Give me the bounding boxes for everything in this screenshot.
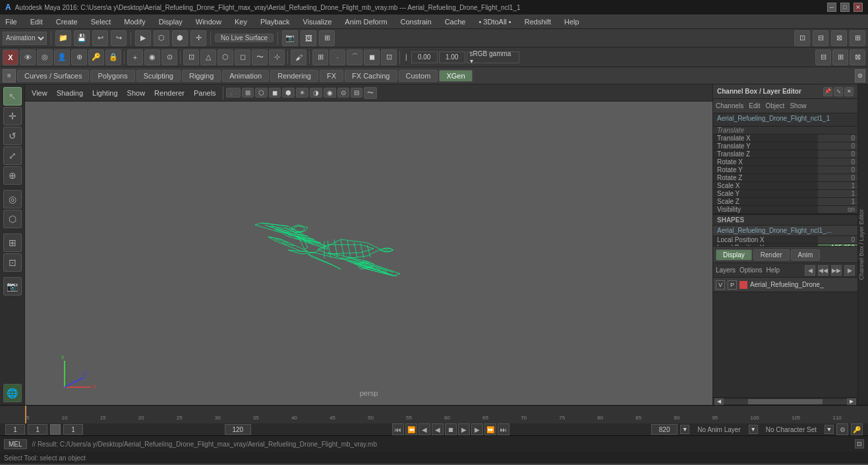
menu-create[interactable]: Create [53,16,80,27]
scale-z-value[interactable]: 1 [818,198,857,205]
vp-isolate-button[interactable]: ⊙ [337,88,349,98]
scale-y-value[interactable]: 1 [818,190,857,197]
help-tab[interactable]: Help [766,266,780,274]
redo-button[interactable]: ↪ [111,30,127,46]
object-tab[interactable]: Object [766,102,785,109]
menu-playback[interactable]: Playback [258,16,293,27]
module-polygons[interactable]: Polygons [90,70,134,82]
menu-help[interactable]: Help [562,16,582,27]
scroll-left-button[interactable]: ◀ [714,398,724,405]
surface-snap[interactable]: ◼ [364,49,380,65]
anim-layer-arrow[interactable]: ▼ [749,425,758,434]
sync-button[interactable]: ⊠ [850,49,865,65]
frame-field-3[interactable] [63,424,83,435]
menu-visualize[interactable]: Visualize [301,16,335,27]
go-start-button[interactable]: ⏮ [392,423,404,435]
camera-button[interactable]: 📷 [282,30,298,46]
soft-select-button[interactable]: ◎ [3,190,22,208]
snap-grid-button[interactable]: ⊞ [3,233,22,252]
eye-button[interactable]: 👁 [20,49,36,65]
status-icon[interactable]: ⊡ [855,439,864,449]
translate-y-value[interactable]: 0 [818,142,857,150]
rotate-tool-button[interactable]: ↺ [3,127,22,145]
layer-down-button[interactable]: ▶ [844,265,855,276]
circle-button[interactable]: ◎ [37,49,53,65]
point-snap[interactable]: · [330,49,345,65]
no-char-set-label[interactable]: No Character Set [761,426,822,433]
auto-key-button[interactable]: 🔑 [851,423,863,435]
field-input-1[interactable] [411,51,438,63]
settings-button[interactable]: ⚙ [836,423,848,435]
module-fxcaching[interactable]: FX Caching [345,70,397,82]
color-space-select[interactable]: sRGB gamma ▾ [467,51,519,63]
playhead[interactable] [25,406,26,423]
vp-shaded-button[interactable]: ◼ [269,88,281,98]
menu-modify[interactable]: Modify [121,16,148,27]
module-xgen[interactable]: XGen [439,70,472,82]
playback-toggle[interactable]: P [728,280,737,290]
layers-button[interactable]: ⊡ [183,49,199,65]
local-pos-x-value[interactable]: 0 [818,236,857,243]
layer-scrollbar[interactable]: ◀ ▶ [713,397,857,405]
menu-cache[interactable]: Cache [442,16,469,27]
menu-3dtoall[interactable]: • 3DtoAll • [476,16,513,27]
menu-redshift[interactable]: Redshift [522,16,554,27]
grid-snap[interactable]: ⊞ [312,49,328,65]
channels-tab[interactable]: Channels [716,102,743,109]
curve-button[interactable]: 〜 [252,49,268,65]
menu-file[interactable]: File [3,16,20,27]
target-button[interactable]: ⊙ [161,49,177,65]
rotate-y-value[interactable]: 0 [818,166,857,173]
bone-button[interactable]: ⊹ [269,49,285,65]
menu-constrain[interactable]: Constrain [398,16,434,27]
plus-button[interactable]: + [127,49,143,65]
paint-tool[interactable]: ⬢ [172,30,188,46]
render-tab[interactable]: Render [753,249,790,261]
scale-x-value[interactable]: 1 [818,182,857,189]
universal-manip-button[interactable]: ⊕ [3,166,22,185]
no-anim-layer-label[interactable]: No Anim Layer [692,426,746,433]
layout-button-1[interactable]: ⊡ [794,30,810,46]
person-button[interactable]: 👤 [54,49,70,65]
menu-anim-deform[interactable]: Anim Deform [342,16,390,27]
layers-tab[interactable]: Layers [716,266,736,274]
play-back-button[interactable]: ◀ [432,423,444,435]
char-set-arrow[interactable]: ▼ [825,425,834,434]
go-end-button[interactable]: ⏭ [498,423,509,435]
vp-cam-button[interactable]: 🎥 [226,88,241,98]
camera-move-button[interactable]: 📷 [3,277,22,295]
timeline-ruler[interactable]: 5 10 15 20 25 30 35 40 45 50 55 60 65 70 [0,406,868,423]
layout-button-3[interactable]: ⊠ [831,30,847,46]
lighting-menu[interactable]: Lighting [88,88,122,98]
layer-remove-button[interactable]: ◀◀ [818,265,828,276]
module-custom[interactable]: Custom [399,70,438,82]
translate-tool-button[interactable]: ✛ [3,107,22,125]
stop-button[interactable]: ⏹ [445,423,457,435]
next-frame-button[interactable]: ▶ [471,423,483,435]
x-icon-button[interactable]: X [3,49,18,65]
bottom-tool[interactable]: 🌐 [3,384,22,402]
vp-shadow-button[interactable]: ◑ [310,88,322,98]
open-file-button[interactable]: 📁 [55,30,71,46]
vp-light-button[interactable]: ☀ [296,88,308,98]
module-rigging[interactable]: Rigging [182,70,221,82]
mesh-button[interactable]: ⬡ [217,49,233,65]
current-frame-field[interactable] [28,424,47,435]
rotate-x-value[interactable]: 0 [818,158,857,166]
minimize-button[interactable]: ─ [827,3,836,12]
prev-key-button[interactable]: ⏪ [405,423,417,435]
module-curves[interactable]: Curves / Surfaces [17,70,89,82]
surface-button[interactable]: ◻ [235,49,250,65]
module-sculpting[interactable]: Sculpting [136,70,181,82]
undo-button[interactable]: ↩ [92,30,108,46]
layer-up-button[interactable]: ▶▶ [831,265,842,276]
display-tab[interactable]: Display [716,249,752,261]
select-tool-button[interactable]: ↖ [3,87,22,106]
visibility-toggle[interactable]: V [716,280,725,290]
module-fx[interactable]: FX [320,70,343,82]
anim-tab[interactable]: Anim [791,249,821,261]
menu-display[interactable]: Display [156,16,185,27]
close-button[interactable]: ✕ [854,3,863,12]
collapse-button[interactable]: ≡ [3,69,16,82]
frame-color-swatch[interactable] [50,424,61,435]
